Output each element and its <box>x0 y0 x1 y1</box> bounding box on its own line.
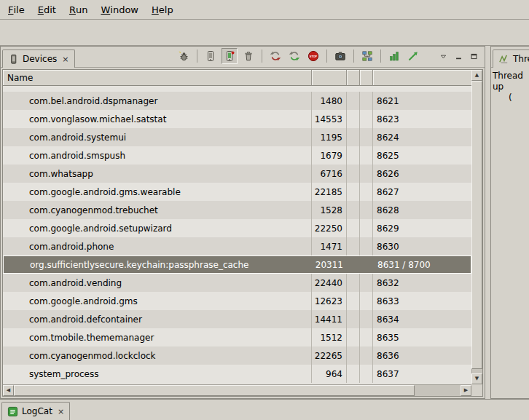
hierarchy-view-icon[interactable] <box>359 48 375 64</box>
process-pid: 964 <box>312 365 347 383</box>
tab-threads[interactable]: Threads <box>493 49 529 68</box>
scroll-up-icon[interactable]: ▲ <box>471 70 482 81</box>
table-row[interactable]: org.sufficientlysecure.keychain:passphra… <box>3 255 471 274</box>
empty-cell <box>360 310 373 328</box>
stop-process-icon[interactable]: STOP <box>305 48 321 64</box>
threads-content: Thread up ( <box>491 68 529 106</box>
debug-attach-icon[interactable] <box>176 48 192 64</box>
tab-logcat[interactable]: LogCat × <box>1 402 70 420</box>
column-header-name[interactable]: Name <box>3 70 312 86</box>
scroll-left-icon[interactable]: ◀ <box>3 385 14 396</box>
tab-logcat-label: LogCat <box>22 406 52 416</box>
scroll-down-icon[interactable]: ▼ <box>471 373 482 384</box>
table-row[interactable]: com.cyanogenmod.trebuchet15288628 <box>3 201 471 219</box>
process-port: 8623 <box>373 110 471 128</box>
table-row[interactable]: com.android.smspush16798625 <box>3 146 471 165</box>
device-debug-icon[interactable] <box>222 48 238 64</box>
maximize-icon[interactable] <box>468 49 480 63</box>
menu-edit[interactable]: Edit <box>31 0 63 19</box>
process-pid: 14553 <box>312 110 347 128</box>
horizontal-scrollbar[interactable]: ◀ ▶ <box>3 384 471 396</box>
vertical-scrollbar-thumb[interactable] <box>471 81 482 369</box>
empty-cell <box>360 146 373 165</box>
table-row[interactable]: system_process9648637 <box>3 365 471 383</box>
process-name: com.vonglasow.michael.satstat <box>3 110 312 128</box>
menu-file[interactable]: File <box>1 0 31 19</box>
table-row[interactable]: com.android.defcontainer144118634 <box>3 310 471 328</box>
device-icon[interactable] <box>203 48 219 64</box>
process-pid: 12623 <box>312 292 347 310</box>
horizontal-scrollbar-thumb[interactable] <box>14 385 415 396</box>
trash-icon[interactable] <box>240 48 256 64</box>
table-row[interactable]: com.google.android.gms.wearable221858627 <box>3 183 471 201</box>
table-row[interactable]: com.tmobile.thememanager15128635 <box>3 328 471 346</box>
process-pid: 1679 <box>312 146 347 165</box>
process-pid: 1471 <box>312 237 347 255</box>
table-row[interactable]: com.google.android.gms126238633 <box>3 292 471 310</box>
empty-cell <box>360 365 373 383</box>
process-pid: 1480 <box>312 92 347 110</box>
devices-view: Devices × STOP Name com.bel.android.dspm… <box>0 46 485 399</box>
process-port: 8629 <box>373 219 471 237</box>
device-tab-icon <box>8 54 19 65</box>
partial-row <box>3 86 471 92</box>
process-name: org.sufficientlysecure.keychain:passphra… <box>4 256 313 273</box>
view-menu-icon[interactable] <box>437 49 450 63</box>
scroll-right-icon[interactable]: ▶ <box>461 385 471 396</box>
tab-close-icon[interactable]: × <box>58 407 64 416</box>
toolbar-separator <box>380 49 381 63</box>
empty-cell <box>360 92 373 110</box>
vertical-scrollbar[interactable]: ▲ ▼ <box>471 70 482 384</box>
table-row[interactable]: com.android.systemui11958624 <box>3 128 471 146</box>
table-row[interactable]: com.google.android.setupwizard222508629 <box>3 219 471 237</box>
tab-devices[interactable]: Devices × <box>2 49 75 68</box>
process-port: 8630 <box>373 237 471 255</box>
menu-bar: FileEditRunWindowHelp <box>0 0 529 20</box>
process-name: com.android.defcontainer <box>3 310 312 328</box>
table-row[interactable]: com.android.vending224408632 <box>3 274 471 292</box>
column-header-2[interactable] <box>360 70 373 86</box>
process-name: com.android.vending <box>3 274 312 292</box>
process-pid: 1512 <box>312 328 347 346</box>
table-row[interactable]: com.whatsapp67168626 <box>3 165 471 183</box>
panel-sash[interactable] <box>485 46 490 399</box>
process-port: 8625 <box>373 146 471 165</box>
menu-help[interactable]: Help <box>145 0 180 19</box>
empty-cell <box>347 165 360 183</box>
toolbar-separator <box>262 49 262 63</box>
table-row[interactable]: com.vonglasow.michael.satstat145538623 <box>3 110 471 128</box>
column-header-1[interactable] <box>347 70 360 86</box>
update-threads-icon[interactable] <box>267 48 283 64</box>
device-table-body: com.bel.android.dspmanager14808621com.vo… <box>3 92 471 383</box>
process-name: com.android.phone <box>3 237 312 255</box>
empty-cell <box>347 365 360 383</box>
network-stats-icon[interactable] <box>405 48 421 64</box>
toolbar-separator <box>326 49 327 63</box>
process-port: 8621 <box>373 92 471 110</box>
process-pid: 1528 <box>312 201 347 219</box>
process-pid: 22265 <box>312 346 347 365</box>
tab-threads-label: Threads <box>513 54 529 64</box>
table-row[interactable]: com.android.phone14718630 <box>3 237 471 255</box>
table-row[interactable]: com.bel.android.dspmanager14808621 <box>3 92 471 110</box>
empty-cell <box>347 310 360 328</box>
method-profiling-icon[interactable] <box>386 48 402 64</box>
menu-window[interactable]: Window <box>94 0 145 19</box>
column-header-port[interactable] <box>373 70 471 86</box>
tab-devices-label: Devices <box>23 54 57 64</box>
empty-cell <box>360 328 373 346</box>
table-row[interactable]: com.cyanogenmod.lockclock222658636 <box>3 346 471 365</box>
empty-cell <box>348 256 361 273</box>
process-name: com.tmobile.thememanager <box>3 328 312 346</box>
empty-cell <box>360 110 373 128</box>
column-header-pid[interactable] <box>312 70 347 86</box>
empty-cell <box>347 328 360 346</box>
tab-close-icon[interactable]: × <box>62 55 68 64</box>
menu-run[interactable]: Run <box>63 0 95 19</box>
update-heap-icon[interactable] <box>286 48 302 64</box>
process-pid: 22250 <box>312 219 347 237</box>
minimize-icon[interactable] <box>452 49 465 63</box>
screenshot-icon[interactable] <box>332 48 348 64</box>
device-table: Name com.bel.android.dspmanager14808621c… <box>2 69 483 397</box>
process-port: 8624 <box>373 128 471 146</box>
